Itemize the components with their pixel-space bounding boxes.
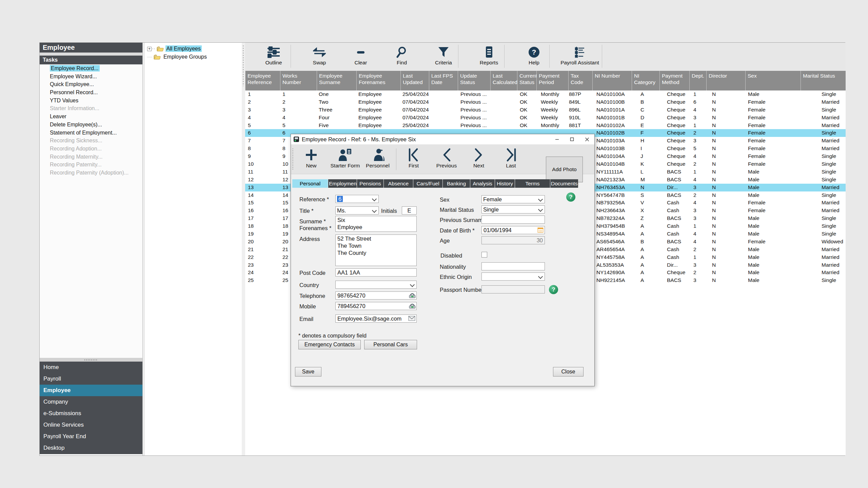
envelope-icon[interactable] (408, 315, 415, 322)
column-header[interactable]: Last Updated (400, 71, 429, 90)
maximize-button[interactable] (565, 134, 579, 144)
dialog-tab[interactable]: Employment (328, 179, 357, 188)
column-header[interactable]: Employee Surname (317, 71, 356, 90)
criteria-button[interactable]: Criteria (427, 45, 460, 69)
table-row[interactable]: 22TwoEmployee07/04/2024Previous ...OKWee… (245, 98, 846, 106)
dialog-tab[interactable]: Absence (384, 179, 413, 188)
task-item[interactable]: Recording Adoption... (40, 145, 142, 153)
nationality-field[interactable] (481, 262, 545, 270)
tree-item-all-employees[interactable]: +·· All Employees (147, 45, 202, 53)
column-header[interactable]: Employee Forenames (356, 71, 400, 90)
task-item[interactable]: Recording Paternity (Adoption)... (40, 169, 142, 177)
personnel-button[interactable]: Personnel (363, 147, 393, 172)
task-item[interactable]: Personnel Record... (40, 88, 142, 97)
phone-icon[interactable] (409, 292, 416, 299)
nav-item[interactable]: Company (40, 396, 142, 408)
table-row[interactable]: 33ThreeEmployee07/04/2024Previous ...OKW… (245, 106, 846, 114)
marital-status-combo[interactable]: Single (481, 205, 545, 214)
phone-icon[interactable] (409, 303, 416, 309)
nav-item[interactable]: Desktop (40, 442, 142, 454)
starter-form-button[interactable]: Starter Form (328, 147, 362, 172)
help-ball-icon[interactable]: ? (566, 192, 575, 202)
table-row[interactable]: 55FiveEmployee25/04/2024Previous ...OKMo… (245, 122, 846, 129)
calendar-icon[interactable] (537, 227, 544, 233)
column-header[interactable]: Payment Period (536, 71, 568, 90)
column-header[interactable]: Employee Reference (245, 71, 280, 90)
task-item[interactable]: Quick Employee... (40, 80, 142, 88)
country-combo[interactable] (335, 281, 417, 289)
sex-combo[interactable]: Female (481, 195, 545, 203)
task-item[interactable]: Recording Maternity... (40, 153, 142, 161)
column-header[interactable]: Director (706, 71, 745, 90)
dialog-tab[interactable]: Documents (550, 179, 578, 188)
dialog-tab[interactable]: Cars/Fuel (413, 179, 442, 188)
title-combo[interactable]: Ms. (335, 206, 379, 215)
clear-button[interactable]: Clear (344, 45, 378, 69)
telephone-field[interactable] (335, 291, 417, 300)
column-header[interactable]: Sex (745, 71, 801, 90)
next-button[interactable]: Next (468, 147, 490, 172)
task-item[interactable]: Recording Paternity... (40, 161, 142, 169)
task-item[interactable]: YTD Values (40, 97, 142, 105)
task-item[interactable]: Delete Employee(s)... (40, 121, 142, 129)
help-button[interactable]: ? Help (517, 45, 551, 69)
emergency-contacts-button[interactable]: Emergency Contacts (298, 340, 361, 349)
dialog-tab[interactable]: History (495, 179, 515, 188)
initials-field[interactable] (402, 206, 417, 215)
minimize-button[interactable] (550, 134, 565, 144)
nav-item[interactable]: Payroll Year End (40, 431, 142, 442)
column-header[interactable]: NI Category (632, 71, 659, 90)
dialog-tab[interactable]: Terms (515, 179, 550, 188)
post-code-field[interactable] (335, 268, 417, 277)
previous-surname-field[interactable] (481, 216, 545, 224)
reference-combo[interactable]: 6 (335, 195, 379, 203)
dialog-tab[interactable]: Personal (292, 179, 328, 188)
nav-item[interactable]: Online Services (40, 419, 142, 431)
tree-expander-icon[interactable]: + (147, 47, 152, 51)
nav-item[interactable]: Payroll (40, 373, 142, 385)
task-item[interactable]: Recording Sickness... (40, 137, 142, 145)
task-item[interactable]: Employee Record... (40, 64, 142, 73)
new-button[interactable]: New (300, 147, 322, 172)
dialog-tab[interactable]: Banking (443, 179, 470, 188)
nav-item[interactable]: Home (40, 362, 142, 373)
email-field[interactable] (335, 314, 417, 323)
tree-item-employee-groups[interactable]: Employee Groups (147, 53, 208, 61)
swap-button[interactable]: Swap (302, 45, 336, 69)
date-of-birth-field[interactable] (481, 226, 545, 234)
column-header[interactable]: Payment Method (659, 71, 689, 90)
tree-main-splitter[interactable] (242, 43, 245, 455)
last-button[interactable]: Last (500, 147, 522, 172)
payroll-assistant-button[interactable]: Payroll Assistant (557, 45, 603, 69)
nav-item[interactable]: Employee (40, 385, 142, 396)
outline-button[interactable]: Outline (257, 45, 291, 69)
nav-item[interactable]: e-Submissions (40, 408, 142, 419)
surname-forenames-field[interactable]: Six Employee (335, 216, 417, 232)
column-header[interactable]: Works Number (280, 71, 317, 90)
personal-cars-button[interactable]: Personal Cars (364, 340, 417, 349)
save-button[interactable]: Save (295, 367, 321, 377)
add-photo-button[interactable]: Add Photo (546, 157, 583, 182)
column-header[interactable]: Tax Code (568, 71, 592, 90)
column-header[interactable]: Last Calculated (490, 71, 517, 90)
ethnic-origin-combo[interactable] (481, 272, 545, 281)
task-item[interactable]: Employee Wizard... (40, 73, 142, 81)
previous-button[interactable]: Previous (433, 147, 460, 172)
address-field[interactable]: 52 The Street The Town The County (335, 235, 417, 266)
column-header[interactable]: Current Status (517, 71, 536, 90)
dialog-titlebar[interactable]: Employee Record - Ref: 6 - Ms. Employee … (291, 134, 594, 144)
table-row[interactable]: 44FourEmployee07/04/2024Previous ...OKWe… (245, 114, 846, 122)
column-header[interactable]: Last FPS Date (429, 71, 458, 90)
dialog-tab[interactable]: Pensions (357, 179, 383, 188)
dialog-tab[interactable]: Analysis (470, 179, 495, 188)
disabled-checkbox[interactable] (481, 252, 487, 258)
find-button[interactable]: Find (385, 45, 419, 69)
first-button[interactable]: First (403, 147, 425, 172)
task-item[interactable]: Leaver (40, 113, 142, 121)
task-item[interactable]: Statement of Employment... (40, 129, 142, 137)
close-window-button[interactable] (579, 134, 594, 144)
close-button[interactable]: Close (553, 367, 584, 377)
column-header[interactable]: NI Number (592, 71, 632, 90)
mobile-field[interactable] (335, 302, 417, 310)
column-header[interactable]: Dept. (689, 71, 706, 90)
